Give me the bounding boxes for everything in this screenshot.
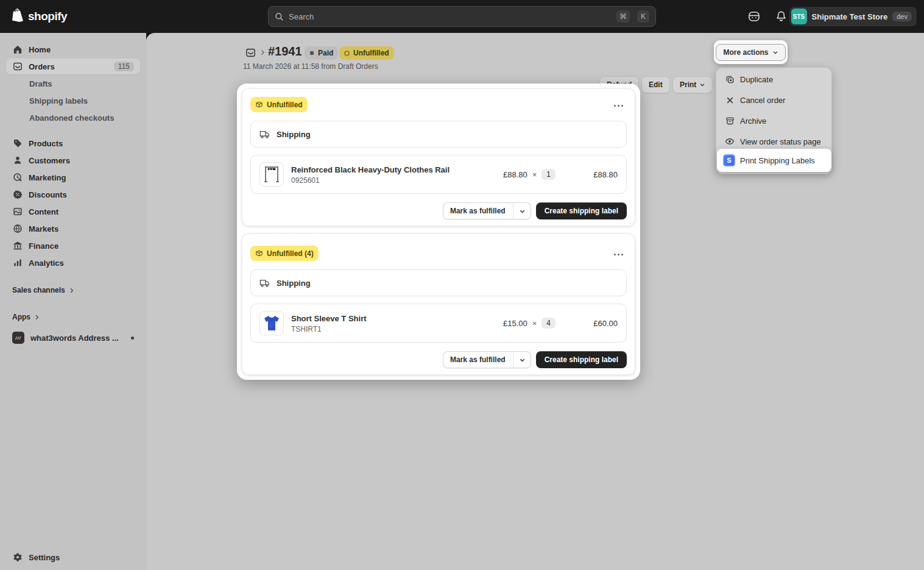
shipmate-app-icon: S (723, 154, 735, 166)
top-bar: shopify Search ⌘ K STS Shipmate Test Sto… (0, 0, 924, 33)
multiply-sign: × (532, 170, 537, 179)
sidekick-icon (747, 10, 761, 25)
chevron-down-icon[interactable] (513, 351, 531, 368)
badge-label: Unfulfilled (4) (267, 249, 314, 258)
menu-item-print-shipping-labels[interactable]: S Print Shipping Labels (717, 149, 831, 172)
product-title[interactable]: Short Sleeve T Shirt (291, 313, 496, 324)
product-thumbnail (259, 311, 284, 335)
package-icon (255, 101, 263, 109)
fulfillment-spotlight: Unfulfilled Shipping Reinforced Black He… (237, 84, 640, 380)
create-shipping-label-button[interactable]: Create shipping label (536, 351, 627, 368)
quantity-badge: 4 (541, 318, 555, 329)
product-row: Reinforced Black Heavy-Duty Clothes Rail… (250, 155, 627, 194)
dev-badge: dev (892, 12, 912, 21)
k-key-badge: K (637, 10, 649, 23)
chevron-down-icon[interactable] (513, 202, 531, 219)
search-input[interactable]: Search ⌘ K (268, 6, 656, 27)
cmd-key-badge: ⌘ (616, 10, 630, 23)
more-actions-button[interactable]: More actions (716, 44, 785, 61)
store-name: Shipmate Test Store (812, 12, 888, 21)
button-label: More actions (723, 48, 768, 57)
product-title[interactable]: Reinforced Black Heavy-Duty Clothes Rail (291, 165, 496, 175)
fulfillment-card-2: Unfulfilled (4) Shipping Short Sleeve T … (242, 233, 635, 375)
fulfillment-card-1: Unfulfilled Shipping Reinforced Black He… (242, 88, 635, 226)
store-menu[interactable]: STS Shipmate Test Store dev (789, 7, 917, 26)
product-thumbnail (259, 162, 284, 187)
unfulfilled-card-badge: Unfulfilled (4) (250, 246, 319, 261)
chevron-down-icon (772, 49, 778, 55)
shipping-method-box: Shipping (250, 269, 627, 296)
menu-item-label: Print Shipping Labels (740, 156, 815, 165)
card-menu-button[interactable] (611, 248, 626, 260)
clothes-rail-image (262, 165, 281, 184)
multiply-sign: × (532, 319, 537, 328)
card-menu-button[interactable] (611, 99, 626, 112)
unit-price: £15.00 (503, 319, 527, 328)
line-total: £60.00 (563, 319, 618, 328)
line-total: £88.80 (563, 170, 618, 179)
button-label: Create shipping label (545, 355, 618, 364)
mark-as-fulfilled-button[interactable]: Mark as fulfilled (443, 202, 531, 219)
sidekick-button[interactable] (746, 9, 763, 26)
product-sku: TSHIRT1 (291, 325, 496, 333)
shipping-method-label: Shipping (277, 279, 311, 288)
truck-icon (259, 279, 270, 288)
button-label: Mark as fulfilled (443, 351, 513, 368)
shipping-method-label: Shipping (277, 130, 311, 139)
product-sku: 0925601 (291, 176, 496, 185)
badge-label: Unfulfilled (267, 101, 303, 109)
unit-price: £88.80 (503, 170, 527, 179)
tshirt-image (261, 313, 282, 333)
quantity-badge: 1 (541, 169, 555, 180)
shipping-method-box: Shipping (250, 121, 627, 148)
notifications-button[interactable] (772, 9, 789, 26)
search-icon (275, 12, 284, 21)
shopify-logo[interactable]: shopify (11, 8, 67, 24)
bell-icon (775, 10, 787, 24)
product-row: Short Sleeve T Shirt TSHIRT1 £15.00 × 4 … (250, 304, 627, 343)
button-label: Create shipping label (545, 207, 618, 215)
shopify-logo-text: shopify (28, 10, 67, 23)
mark-as-fulfilled-button[interactable]: Mark as fulfilled (443, 351, 531, 368)
create-shipping-label-button[interactable]: Create shipping label (536, 202, 627, 219)
store-avatar: STS (791, 9, 807, 24)
more-actions-spotlight: More actions (714, 40, 788, 64)
button-label: Mark as fulfilled (443, 202, 513, 219)
truck-icon (259, 130, 270, 139)
unfulfilled-card-badge: Unfulfilled (250, 97, 308, 112)
search-placeholder: Search (289, 12, 609, 21)
shopify-admin: shopify Search ⌘ K STS Shipmate Test Sto… (0, 0, 924, 570)
shopify-bag-icon (11, 8, 24, 24)
package-icon (255, 249, 263, 257)
